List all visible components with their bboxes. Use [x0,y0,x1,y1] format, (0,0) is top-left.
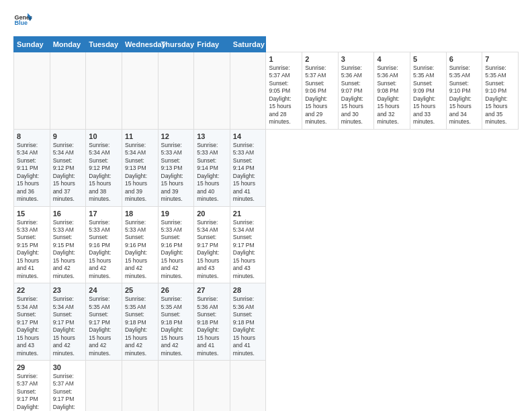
day-cell [194,52,230,130]
day-info: Sunrise: 5:34 AM Sunset: 9:12 PM Dayligh… [53,142,83,203]
day-number: 21 [233,210,263,218]
page: General Blue SundayMondayTuesdayWednesda… [0,0,532,411]
day-cell: 13 Sunrise: 5:33 AM Sunset: 9:14 PM Dayl… [194,129,230,206]
day-number: 9 [53,132,83,140]
day-cell [14,52,50,130]
col-header-monday: Monday [50,37,86,52]
day-info: Sunrise: 5:33 AM Sunset: 9:14 PM Dayligh… [197,142,227,203]
day-info: Sunrise: 5:35 AM Sunset: 9:10 PM Dayligh… [485,64,515,126]
day-number: 14 [233,132,263,140]
day-info: Sunrise: 5:33 AM Sunset: 9:16 PM Dayligh… [161,219,191,281]
day-number: 6 [449,55,480,63]
day-number: 13 [197,132,227,140]
week-row-5: 29 Sunrise: 5:37 AM Sunset: 9:17 PM Dayl… [14,361,519,412]
day-info: Sunrise: 5:33 AM Sunset: 9:13 PM Dayligh… [161,142,191,203]
day-info: Sunrise: 5:36 AM Sunset: 9:08 PM Dayligh… [377,64,407,126]
day-number: 28 [233,286,263,294]
day-number: 18 [125,210,155,218]
col-header-thursday: Thursday [158,37,194,52]
day-cell: 1 Sunrise: 5:37 AM Sunset: 9:05 PM Dayli… [266,52,302,130]
day-info: Sunrise: 5:37 AM Sunset: 9:17 PM Dayligh… [17,373,47,411]
day-info: Sunrise: 5:33 AM Sunset: 9:16 PM Dayligh… [125,219,155,281]
day-cell: 5 Sunrise: 5:35 AM Sunset: 9:09 PM Dayli… [410,52,447,130]
day-cell: 18 Sunrise: 5:33 AM Sunset: 9:16 PM Dayl… [122,206,158,283]
day-cell: 23 Sunrise: 5:34 AM Sunset: 9:17 PM Dayl… [50,283,86,361]
day-cell: 10 Sunrise: 5:34 AM Sunset: 9:12 PM Dayl… [86,129,122,206]
week-row-3: 15 Sunrise: 5:33 AM Sunset: 9:15 PM Dayl… [14,206,519,283]
day-number: 12 [161,132,191,140]
day-info: Sunrise: 5:33 AM Sunset: 9:16 PM Dayligh… [89,219,119,281]
logo-icon: General Blue [13,11,32,30]
day-cell: 22 Sunrise: 5:34 AM Sunset: 9:17 PM Dayl… [14,283,50,361]
day-number: 15 [17,210,47,218]
day-cell: 20 Sunrise: 5:34 AM Sunset: 9:17 PM Dayl… [194,206,230,283]
day-info: Sunrise: 5:34 AM Sunset: 9:17 PM Dayligh… [233,219,263,281]
day-cell [230,52,266,130]
day-info: Sunrise: 5:37 AM Sunset: 9:06 PM Dayligh… [305,64,335,126]
col-header-saturday: Saturday [230,37,266,52]
day-number: 27 [197,286,227,294]
day-number: 22 [17,286,47,294]
day-number: 3 [341,55,371,63]
day-info: Sunrise: 5:33 AM Sunset: 9:14 PM Dayligh… [233,142,263,203]
day-cell: 2 Sunrise: 5:37 AM Sunset: 9:06 PM Dayli… [302,52,339,130]
day-number: 24 [89,286,119,294]
day-cell [158,52,194,130]
day-cell: 27 Sunrise: 5:36 AM Sunset: 9:18 PM Dayl… [194,283,230,361]
day-number: 17 [89,210,119,218]
day-number: 19 [161,210,191,218]
day-cell: 3 Sunrise: 5:36 AM Sunset: 9:07 PM Dayli… [338,52,374,130]
day-cell: 11 Sunrise: 5:34 AM Sunset: 9:13 PM Dayl… [122,129,158,206]
day-number: 29 [17,363,47,371]
day-info: Sunrise: 5:34 AM Sunset: 9:17 PM Dayligh… [197,219,227,281]
svg-text:Blue: Blue [14,19,28,26]
day-number: 25 [125,286,155,294]
week-row-2: 8 Sunrise: 5:34 AM Sunset: 9:11 PM Dayli… [14,129,519,206]
header: General Blue [13,11,519,30]
col-header-sunday: Sunday [14,37,50,52]
day-cell: 8 Sunrise: 5:34 AM Sunset: 9:11 PM Dayli… [14,129,50,206]
day-number: 10 [89,132,119,140]
day-cell: 29 Sunrise: 5:37 AM Sunset: 9:17 PM Dayl… [14,361,50,412]
day-number: 5 [413,55,443,63]
day-info: Sunrise: 5:35 AM Sunset: 9:18 PM Dayligh… [125,295,155,357]
day-cell [122,52,158,130]
day-number: 26 [161,286,191,294]
day-info: Sunrise: 5:34 AM Sunset: 9:11 PM Dayligh… [17,142,47,203]
day-info: Sunrise: 5:34 AM Sunset: 9:17 PM Dayligh… [17,295,47,357]
day-info: Sunrise: 5:36 AM Sunset: 9:07 PM Dayligh… [341,64,371,126]
day-info: Sunrise: 5:33 AM Sunset: 9:15 PM Dayligh… [17,219,47,281]
day-cell: 26 Sunrise: 5:35 AM Sunset: 9:18 PM Dayl… [158,283,194,361]
week-row-4: 22 Sunrise: 5:34 AM Sunset: 9:17 PM Dayl… [14,283,519,361]
calendar-header-row: SundayMondayTuesdayWednesdayThursdayFrid… [14,37,519,52]
day-cell: 6 Sunrise: 5:35 AM Sunset: 9:10 PM Dayli… [446,52,482,130]
day-number: 11 [125,132,155,140]
day-cell: 21 Sunrise: 5:34 AM Sunset: 9:17 PM Dayl… [230,206,266,283]
day-cell: 30 Sunrise: 5:37 AM Sunset: 9:17 PM Dayl… [50,361,86,412]
day-cell [194,361,230,412]
day-info: Sunrise: 5:35 AM Sunset: 9:18 PM Dayligh… [161,295,191,357]
day-info: Sunrise: 5:34 AM Sunset: 9:17 PM Dayligh… [53,295,83,357]
day-number: 1 [269,55,299,63]
day-info: Sunrise: 5:34 AM Sunset: 9:12 PM Dayligh… [89,142,119,203]
day-number: 20 [197,210,227,218]
calendar-table: SundayMondayTuesdayWednesdayThursdayFrid… [13,36,519,411]
day-info: Sunrise: 5:35 AM Sunset: 9:09 PM Dayligh… [413,64,443,126]
day-cell: 9 Sunrise: 5:34 AM Sunset: 9:12 PM Dayli… [50,129,86,206]
day-number: 4 [377,55,407,63]
col-header-friday: Friday [194,37,230,52]
col-header-wednesday: Wednesday [122,37,158,52]
day-cell: 24 Sunrise: 5:35 AM Sunset: 9:17 PM Dayl… [86,283,122,361]
day-number: 23 [53,286,83,294]
day-number: 8 [17,132,47,140]
day-info: Sunrise: 5:34 AM Sunset: 9:13 PM Dayligh… [125,142,155,203]
day-cell: 14 Sunrise: 5:33 AM Sunset: 9:14 PM Dayl… [230,129,266,206]
day-cell: 17 Sunrise: 5:33 AM Sunset: 9:16 PM Dayl… [86,206,122,283]
day-cell [158,361,194,412]
day-cell [86,361,122,412]
day-cell: 28 Sunrise: 5:36 AM Sunset: 9:18 PM Dayl… [230,283,266,361]
week-row-1: 1 Sunrise: 5:37 AM Sunset: 9:05 PM Dayli… [14,52,519,130]
day-number: 7 [485,55,515,63]
day-cell: 4 Sunrise: 5:36 AM Sunset: 9:08 PM Dayli… [374,52,410,130]
day-info: Sunrise: 5:33 AM Sunset: 9:15 PM Dayligh… [53,219,83,281]
